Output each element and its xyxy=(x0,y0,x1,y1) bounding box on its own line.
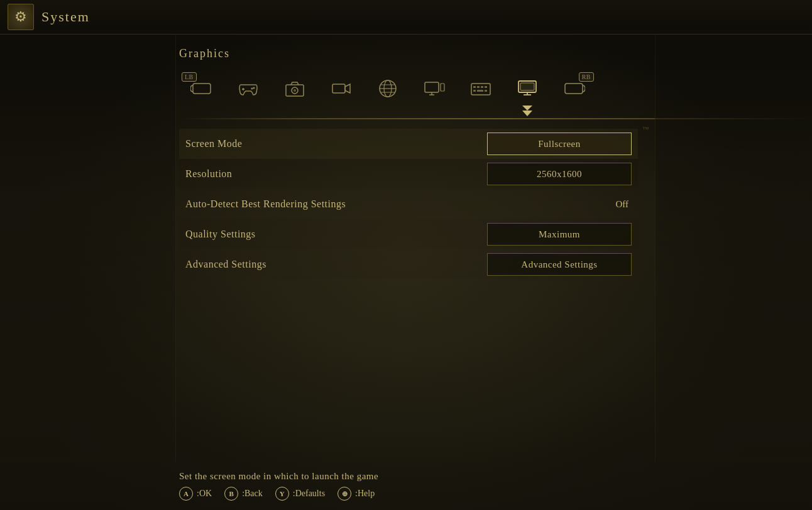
auto-detect-label: Auto-Detect Best Rendering Settings xyxy=(185,198,487,210)
globe-icon xyxy=(376,77,399,100)
svg-rect-14 xyxy=(425,82,439,92)
monitor-icon xyxy=(516,77,539,100)
svg-rect-20 xyxy=(477,86,480,88)
screen-mode-label: Screen Mode xyxy=(185,138,487,149)
svg-rect-15 xyxy=(441,84,444,91)
svg-rect-30 xyxy=(565,84,583,94)
display2-icon xyxy=(423,77,446,100)
rb-badge: RB xyxy=(579,72,594,82)
svg-rect-0 xyxy=(193,84,211,94)
svg-point-3 xyxy=(251,88,253,90)
tab-rb[interactable]: RB xyxy=(551,70,596,107)
y-button[interactable]: Y xyxy=(275,487,289,501)
settings-row-quality: Quality Settings Maximum xyxy=(179,219,638,249)
advanced-label: Advanced Settings xyxy=(185,259,487,270)
control-ok: A :OK xyxy=(179,487,212,501)
tab-monitor[interactable] xyxy=(505,70,550,107)
tab-camera[interactable] xyxy=(272,70,317,107)
screen-mode-value[interactable]: Fullscreen xyxy=(487,133,632,155)
svg-rect-21 xyxy=(481,86,483,88)
auto-detect-text: Off xyxy=(487,199,632,210)
controls-row: A :OK B :Back Y :Defaults ⊕ :Help xyxy=(179,487,812,501)
video-icon xyxy=(330,77,353,100)
tab-globe[interactable] xyxy=(365,70,410,107)
svg-rect-8 xyxy=(332,84,345,93)
defaults-label: :Defaults xyxy=(293,489,325,499)
resolution-value[interactable]: 2560x1600 xyxy=(487,163,632,185)
settings-table: Screen Mode Fullscreen Resolution 2560x1… xyxy=(179,129,638,279)
quality-label: Quality Settings xyxy=(185,229,487,240)
tab-video[interactable] xyxy=(319,70,364,107)
tab-gamepad[interactable] xyxy=(226,70,271,107)
camera-icon xyxy=(283,77,306,100)
svg-point-7 xyxy=(294,89,296,92)
quality-button[interactable]: Maximum xyxy=(487,223,632,246)
resolution-label: Resolution xyxy=(185,168,487,180)
svg-rect-18 xyxy=(471,84,490,95)
keyboard-icon xyxy=(469,77,492,100)
ok-label: :OK xyxy=(197,489,212,499)
top-bar: ⚙ System xyxy=(0,0,812,35)
advanced-button[interactable]: Advanced Settings xyxy=(487,253,632,276)
help-text: Set the screen mode in which to launch t… xyxy=(179,471,812,482)
back-label: :Back xyxy=(242,489,263,499)
svg-rect-22 xyxy=(485,86,487,88)
svg-rect-19 xyxy=(473,86,476,88)
advanced-value[interactable]: Advanced Settings xyxy=(487,253,632,276)
tab-display2[interactable] xyxy=(412,70,457,107)
svg-rect-24 xyxy=(477,90,483,92)
control-back: B :Back xyxy=(224,487,263,501)
svg-rect-29 xyxy=(520,83,534,90)
svg-rect-25 xyxy=(485,90,487,92)
tab-bar: LB xyxy=(0,70,812,107)
help-label: :Help xyxy=(355,489,375,499)
settings-row-advanced: Advanced Settings Advanced Settings xyxy=(179,249,638,279)
system-icon: ⚙ xyxy=(8,4,34,30)
auto-detect-value: Off xyxy=(487,199,632,210)
svg-rect-23 xyxy=(473,90,476,92)
tab-keyboard[interactable] xyxy=(458,70,503,107)
settings-row-screen-mode: Screen Mode Fullscreen xyxy=(179,129,638,159)
settings-row-resolution: Resolution 2560x1600 xyxy=(179,159,638,189)
lb-badge: LB xyxy=(182,72,197,82)
settings-row-auto-detect: Auto-Detect Best Rendering Settings Off xyxy=(179,189,638,219)
b-button[interactable]: B xyxy=(224,487,238,501)
gamepad-icon xyxy=(237,77,260,100)
tab-lb[interactable]: LB xyxy=(179,70,224,107)
control-help: ⊕ :Help xyxy=(337,487,375,501)
help-button[interactable]: ⊕ xyxy=(337,487,351,501)
trademark: ™ xyxy=(642,126,649,133)
bottom-bar: Set the screen mode in which to launch t… xyxy=(0,465,812,510)
svg-point-4 xyxy=(253,87,255,89)
quality-value[interactable]: Maximum xyxy=(487,223,632,246)
window-title: System xyxy=(41,9,90,25)
control-defaults: Y :Defaults xyxy=(275,487,325,501)
screen-mode-button[interactable]: Fullscreen xyxy=(487,133,632,155)
a-button[interactable]: A xyxy=(179,487,193,501)
resolution-button[interactable]: 2560x1600 xyxy=(487,163,632,185)
